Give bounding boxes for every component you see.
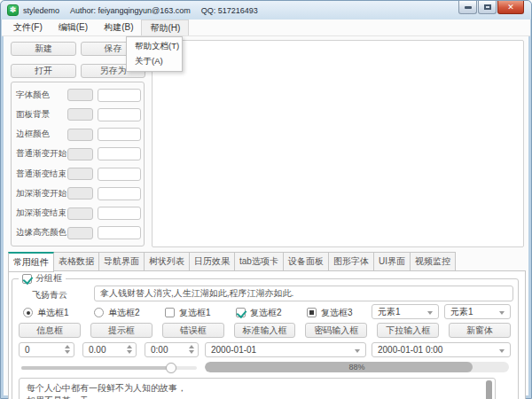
color-pick-button[interactable]	[67, 148, 93, 160]
groupbox-label: 分组框	[35, 272, 62, 285]
minimize-button[interactable]	[458, 1, 477, 14]
new-button[interactable]: 新建	[11, 42, 76, 56]
password-input-button[interactable]: 密码输入框	[305, 323, 367, 338]
dropdown-input-button[interactable]: 下拉输入框	[377, 323, 439, 338]
color-value-input[interactable]	[98, 168, 141, 181]
color-row-border: 边框颜色	[16, 128, 141, 142]
tab-nav-ui[interactable]: 导航界面	[99, 252, 145, 271]
color-value-input[interactable]	[98, 147, 141, 160]
color-value-input[interactable]	[98, 89, 141, 102]
color-value-input[interactable]	[98, 207, 141, 220]
checkbox-1[interactable]: 复选框1	[165, 307, 211, 318]
color-value-input[interactable]	[98, 128, 141, 141]
menu-item-about[interactable]: 关于(A)	[127, 54, 182, 69]
color-config-frame: 字体颜色 面板背景 边框颜色 普通渐变开始 普通渐变结束 加深渐变开始	[11, 82, 145, 246]
color-value-input[interactable]	[98, 187, 141, 200]
new-window-button[interactable]: 新窗体	[449, 323, 511, 338]
radio-1[interactable]: 单选框1	[23, 307, 69, 318]
datetime-value: 2000-01-01 0:00	[378, 345, 442, 355]
color-pick-button[interactable]	[67, 187, 93, 200]
tab-icon-font[interactable]: 图形字体	[329, 252, 374, 271]
app-icon: ✽	[7, 4, 19, 16]
datetime-picker[interactable]: 2000-01-01 0:00	[372, 342, 511, 357]
slider[interactable]	[21, 363, 197, 373]
spinner-arrows-icon[interactable]	[127, 345, 132, 354]
open-button[interactable]: 打开	[11, 64, 76, 78]
color-value-input[interactable]	[98, 226, 141, 239]
radio-icon	[23, 308, 33, 317]
color-pick-button[interactable]	[67, 168, 93, 180]
color-row-label: 普通渐变开始	[16, 148, 67, 160]
slider-fill	[21, 366, 176, 370]
menu-file[interactable]: 文件(F)	[5, 20, 51, 35]
close-button[interactable]: ✕	[497, 1, 524, 14]
radio-2[interactable]: 单选框2	[94, 307, 140, 318]
progress-bar: 88%	[205, 362, 509, 372]
date-value: 2000-01-01	[211, 345, 256, 355]
checkbox-2[interactable]: 复选框2	[236, 307, 282, 318]
color-row-font: 字体颜色	[16, 88, 141, 102]
double-spinbox[interactable]: 0.00	[82, 342, 137, 357]
tab-tree-list[interactable]: 树状列表	[145, 252, 190, 271]
color-pick-button[interactable]	[67, 108, 93, 121]
combo-element-2[interactable]: 元素1	[444, 304, 511, 319]
date-picker[interactable]: 2000-01-01	[205, 342, 366, 357]
color-pick-button[interactable]	[67, 207, 93, 220]
color-row-label: 面板背景	[16, 109, 67, 121]
radio-label: 单选框2	[108, 307, 140, 319]
slider-thumb[interactable]	[166, 363, 176, 373]
tab-tab-card[interactable]: tab选项卡	[235, 252, 284, 271]
time-spinbox[interactable]: 0:00	[145, 342, 199, 357]
int-spinbox[interactable]: 0	[19, 342, 74, 357]
color-row-label: 普通渐变结束	[16, 168, 67, 180]
tab-table-data[interactable]: 表格数据	[54, 252, 99, 271]
tab-device-panel[interactable]: 设备面板	[284, 252, 329, 271]
combo-element-1[interactable]: 元素1	[372, 304, 439, 319]
spinner-row: 0 0.00 0:00 2000-01-01 2000-01-01 0:00	[19, 342, 511, 357]
textarea-scrollbar[interactable]	[486, 380, 492, 399]
color-pick-button[interactable]	[67, 129, 93, 141]
story-textarea[interactable]: 每个人心中都有一段鲜不为人知的故事， 如果不是某一天，	[19, 378, 496, 399]
standard-input-button[interactable]: 标准输入框	[234, 323, 296, 338]
color-value-input[interactable]	[98, 108, 141, 121]
color-row-label: 字体颜色	[16, 90, 67, 101]
spinner-arrows-icon[interactable]	[65, 345, 70, 354]
checkbox-icon	[165, 308, 175, 317]
color-row-label: 边框颜色	[16, 129, 67, 140]
radio-label: 单选框1	[37, 307, 69, 319]
color-row-gradient-start: 普通渐变开始	[16, 147, 141, 161]
spinner-arrows-icon[interactable]	[189, 345, 194, 354]
close-icon: ✕	[507, 3, 514, 12]
combo-value: 元素1	[450, 306, 473, 318]
maximize-button[interactable]	[478, 1, 497, 14]
color-pick-button[interactable]	[67, 89, 93, 101]
color-pick-button[interactable]	[67, 227, 93, 239]
chevron-down-icon	[427, 311, 433, 315]
tip-box-button[interactable]: 提示框	[90, 323, 153, 338]
app-window: ✽ styledemo Author: feiyangqingyun@163.c…	[0, 0, 532, 399]
menu-build[interactable]: 构建(B)	[96, 20, 141, 35]
titlebar[interactable]: ✽ styledemo Author: feiyangqingyun@163.c…	[1, 1, 531, 20]
menu-help[interactable]: 帮助(H)	[141, 20, 189, 35]
tab-ui[interactable]: UI界面	[374, 252, 411, 271]
error-box-button[interactable]: 错误框	[162, 323, 224, 338]
groupbox-checkbox[interactable]	[22, 274, 32, 284]
textarea-line: 每个人心中都有一段鲜不为人知的故事，	[27, 382, 479, 395]
name-input[interactable]: 拿人钱财替人消灾,人生江湖如此,程序江湖亦如此.	[94, 286, 513, 301]
color-row-gradient-end: 普通渐变结束	[16, 167, 141, 181]
tab-video-monitor[interactable]: 视频监控	[411, 252, 456, 271]
scrollbar-thumb[interactable]	[486, 380, 492, 399]
window-qq: QQ: 517216493	[201, 6, 258, 15]
info-box-button[interactable]: 信息框	[19, 323, 81, 338]
spin-value: 0.00	[89, 345, 106, 355]
checkbox-label: 复选框2	[250, 307, 282, 319]
color-row-deep-end: 加深渐变结束	[16, 207, 141, 221]
tabbar: 常用组件 表格数据 导航界面 树状列表 日历效果 tab选项卡 设备面板 图形字…	[8, 252, 456, 271]
menu-edit[interactable]: 编辑(E)	[51, 20, 96, 35]
tab-common-widgets[interactable]: 常用组件	[8, 252, 54, 272]
help-dropdown-menu: 帮助文档(T) 关于(A)	[126, 36, 183, 72]
menu-item-help-doc[interactable]: 帮助文档(T)	[127, 39, 182, 54]
tab-calendar[interactable]: 日历效果	[190, 252, 235, 271]
checkbox-3[interactable]: 复选框3	[307, 307, 353, 318]
progress-label: 88%	[205, 362, 509, 372]
